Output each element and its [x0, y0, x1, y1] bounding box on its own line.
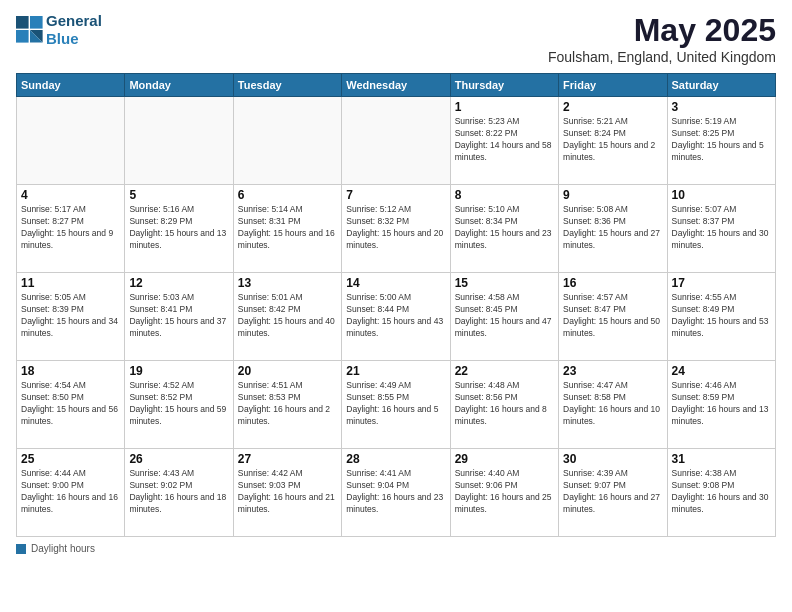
day-number: 30	[563, 452, 662, 466]
day-info: Sunrise: 5:16 AMSunset: 8:29 PMDaylight:…	[129, 204, 228, 252]
location: Foulsham, England, United Kingdom	[548, 49, 776, 65]
calendar-cell: 9Sunrise: 5:08 AMSunset: 8:36 PMDaylight…	[559, 185, 667, 273]
calendar-cell: 15Sunrise: 4:58 AMSunset: 8:45 PMDayligh…	[450, 273, 558, 361]
day-info: Sunrise: 5:23 AMSunset: 8:22 PMDaylight:…	[455, 116, 554, 164]
calendar-cell: 23Sunrise: 4:47 AMSunset: 8:58 PMDayligh…	[559, 361, 667, 449]
col-saturday: Saturday	[667, 74, 775, 97]
day-number: 16	[563, 276, 662, 290]
calendar-table: Sunday Monday Tuesday Wednesday Thursday…	[16, 73, 776, 537]
col-wednesday: Wednesday	[342, 74, 450, 97]
calendar-cell: 16Sunrise: 4:57 AMSunset: 8:47 PMDayligh…	[559, 273, 667, 361]
day-info: Sunrise: 5:05 AMSunset: 8:39 PMDaylight:…	[21, 292, 120, 340]
svg-rect-2	[16, 30, 29, 43]
day-number: 14	[346, 276, 445, 290]
day-number: 22	[455, 364, 554, 378]
calendar-week-5: 25Sunrise: 4:44 AMSunset: 9:00 PMDayligh…	[17, 449, 776, 537]
calendar-cell: 28Sunrise: 4:41 AMSunset: 9:04 PMDayligh…	[342, 449, 450, 537]
page: General Blue May 2025 Foulsham, England,…	[0, 0, 792, 612]
calendar-cell: 19Sunrise: 4:52 AMSunset: 8:52 PMDayligh…	[125, 361, 233, 449]
day-number: 25	[21, 452, 120, 466]
calendar-cell: 13Sunrise: 5:01 AMSunset: 8:42 PMDayligh…	[233, 273, 341, 361]
day-number: 7	[346, 188, 445, 202]
calendar-cell: 29Sunrise: 4:40 AMSunset: 9:06 PMDayligh…	[450, 449, 558, 537]
calendar-cell: 6Sunrise: 5:14 AMSunset: 8:31 PMDaylight…	[233, 185, 341, 273]
title-block: May 2025 Foulsham, England, United Kingd…	[548, 12, 776, 65]
calendar-cell: 22Sunrise: 4:48 AMSunset: 8:56 PMDayligh…	[450, 361, 558, 449]
calendar-cell: 14Sunrise: 5:00 AMSunset: 8:44 PMDayligh…	[342, 273, 450, 361]
day-number: 11	[21, 276, 120, 290]
logo-text-line2: Blue	[46, 30, 102, 48]
day-info: Sunrise: 4:58 AMSunset: 8:45 PMDaylight:…	[455, 292, 554, 340]
calendar-cell: 4Sunrise: 5:17 AMSunset: 8:27 PMDaylight…	[17, 185, 125, 273]
day-info: Sunrise: 4:40 AMSunset: 9:06 PMDaylight:…	[455, 468, 554, 516]
logo-text-line1: General	[46, 12, 102, 30]
day-info: Sunrise: 4:47 AMSunset: 8:58 PMDaylight:…	[563, 380, 662, 428]
calendar-cell: 24Sunrise: 4:46 AMSunset: 8:59 PMDayligh…	[667, 361, 775, 449]
day-info: Sunrise: 4:55 AMSunset: 8:49 PMDaylight:…	[672, 292, 771, 340]
day-number: 29	[455, 452, 554, 466]
day-number: 15	[455, 276, 554, 290]
calendar-cell: 25Sunrise: 4:44 AMSunset: 9:00 PMDayligh…	[17, 449, 125, 537]
col-tuesday: Tuesday	[233, 74, 341, 97]
day-number: 17	[672, 276, 771, 290]
day-number: 23	[563, 364, 662, 378]
calendar-header-row: Sunday Monday Tuesday Wednesday Thursday…	[17, 74, 776, 97]
calendar-cell: 2Sunrise: 5:21 AMSunset: 8:24 PMDaylight…	[559, 97, 667, 185]
calendar-cell: 21Sunrise: 4:49 AMSunset: 8:55 PMDayligh…	[342, 361, 450, 449]
day-number: 5	[129, 188, 228, 202]
calendar-cell: 12Sunrise: 5:03 AMSunset: 8:41 PMDayligh…	[125, 273, 233, 361]
day-number: 24	[672, 364, 771, 378]
footer: Daylight hours	[16, 543, 776, 554]
calendar-cell: 10Sunrise: 5:07 AMSunset: 8:37 PMDayligh…	[667, 185, 775, 273]
footer-dot	[16, 544, 26, 554]
day-info: Sunrise: 4:57 AMSunset: 8:47 PMDaylight:…	[563, 292, 662, 340]
day-number: 31	[672, 452, 771, 466]
calendar-cell	[233, 97, 341, 185]
day-number: 2	[563, 100, 662, 114]
calendar-cell	[125, 97, 233, 185]
day-number: 3	[672, 100, 771, 114]
col-monday: Monday	[125, 74, 233, 97]
day-info: Sunrise: 5:19 AMSunset: 8:25 PMDaylight:…	[672, 116, 771, 164]
calendar-cell	[17, 97, 125, 185]
day-info: Sunrise: 5:00 AMSunset: 8:44 PMDaylight:…	[346, 292, 445, 340]
day-info: Sunrise: 4:39 AMSunset: 9:07 PMDaylight:…	[563, 468, 662, 516]
day-info: Sunrise: 4:44 AMSunset: 9:00 PMDaylight:…	[21, 468, 120, 516]
day-info: Sunrise: 5:21 AMSunset: 8:24 PMDaylight:…	[563, 116, 662, 164]
calendar-week-3: 11Sunrise: 5:05 AMSunset: 8:39 PMDayligh…	[17, 273, 776, 361]
col-thursday: Thursday	[450, 74, 558, 97]
calendar-cell: 11Sunrise: 5:05 AMSunset: 8:39 PMDayligh…	[17, 273, 125, 361]
calendar-cell: 7Sunrise: 5:12 AMSunset: 8:32 PMDaylight…	[342, 185, 450, 273]
calendar-cell: 18Sunrise: 4:54 AMSunset: 8:50 PMDayligh…	[17, 361, 125, 449]
day-info: Sunrise: 4:43 AMSunset: 9:02 PMDaylight:…	[129, 468, 228, 516]
day-info: Sunrise: 4:41 AMSunset: 9:04 PMDaylight:…	[346, 468, 445, 516]
col-sunday: Sunday	[17, 74, 125, 97]
svg-rect-1	[30, 16, 43, 29]
day-number: 1	[455, 100, 554, 114]
day-number: 8	[455, 188, 554, 202]
calendar-week-2: 4Sunrise: 5:17 AMSunset: 8:27 PMDaylight…	[17, 185, 776, 273]
day-info: Sunrise: 4:54 AMSunset: 8:50 PMDaylight:…	[21, 380, 120, 428]
day-info: Sunrise: 5:12 AMSunset: 8:32 PMDaylight:…	[346, 204, 445, 252]
day-number: 9	[563, 188, 662, 202]
day-number: 13	[238, 276, 337, 290]
day-info: Sunrise: 4:48 AMSunset: 8:56 PMDaylight:…	[455, 380, 554, 428]
day-number: 21	[346, 364, 445, 378]
header: General Blue May 2025 Foulsham, England,…	[16, 12, 776, 65]
day-number: 12	[129, 276, 228, 290]
day-info: Sunrise: 4:51 AMSunset: 8:53 PMDaylight:…	[238, 380, 337, 428]
calendar-cell: 30Sunrise: 4:39 AMSunset: 9:07 PMDayligh…	[559, 449, 667, 537]
calendar-cell	[342, 97, 450, 185]
day-number: 20	[238, 364, 337, 378]
day-info: Sunrise: 5:01 AMSunset: 8:42 PMDaylight:…	[238, 292, 337, 340]
day-info: Sunrise: 5:14 AMSunset: 8:31 PMDaylight:…	[238, 204, 337, 252]
calendar-cell: 31Sunrise: 4:38 AMSunset: 9:08 PMDayligh…	[667, 449, 775, 537]
logo-icon	[16, 16, 44, 44]
day-info: Sunrise: 5:10 AMSunset: 8:34 PMDaylight:…	[455, 204, 554, 252]
day-info: Sunrise: 5:07 AMSunset: 8:37 PMDaylight:…	[672, 204, 771, 252]
day-number: 18	[21, 364, 120, 378]
calendar-cell: 17Sunrise: 4:55 AMSunset: 8:49 PMDayligh…	[667, 273, 775, 361]
svg-rect-0	[16, 16, 29, 29]
day-info: Sunrise: 4:52 AMSunset: 8:52 PMDaylight:…	[129, 380, 228, 428]
day-number: 19	[129, 364, 228, 378]
